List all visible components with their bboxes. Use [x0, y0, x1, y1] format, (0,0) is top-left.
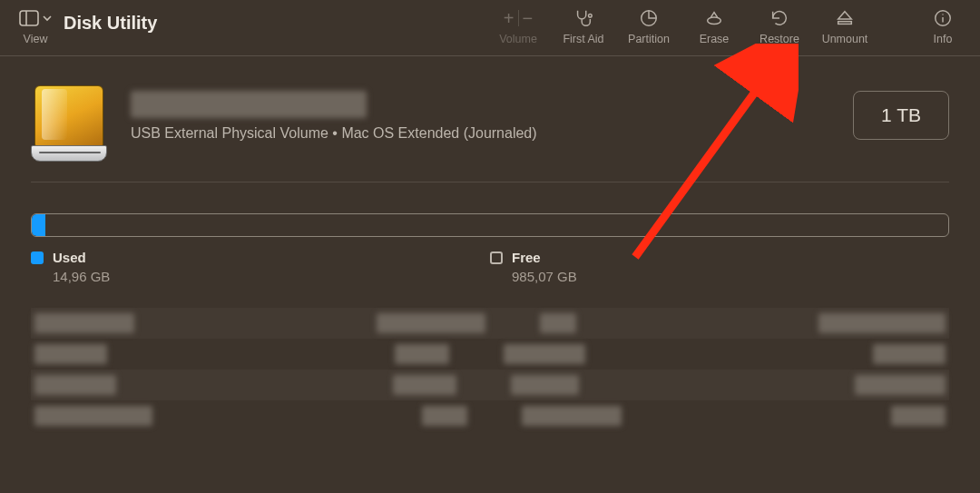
toolbar: View Disk Utility +− Volume First Aid Pa…	[0, 0, 980, 56]
volume-tool: +− Volume	[494, 7, 543, 45]
free-swatch	[490, 251, 503, 264]
volume-label: Volume	[499, 33, 537, 45]
stethoscope-icon	[573, 7, 593, 29]
unmount-label: Unmount	[822, 33, 868, 45]
used-value: 14,96 GB	[53, 269, 490, 284]
svg-marker-4	[838, 12, 852, 19]
usage-legend: Used 14,96 GB Free 985,07 GB	[31, 250, 949, 284]
sidebar-toggle[interactable]	[19, 7, 52, 29]
svg-rect-0	[20, 11, 38, 25]
volume-titles: USB External Physical Volume • Mac OS Ex…	[131, 85, 829, 142]
first-aid-tool[interactable]: First Aid	[559, 7, 608, 45]
plus-minus-icon: +−	[504, 7, 533, 29]
app-title: Disk Utility	[64, 13, 157, 34]
svg-rect-5	[838, 22, 852, 25]
table-row	[31, 339, 949, 370]
usage-fill	[32, 214, 45, 236]
used-label: Used	[53, 250, 86, 265]
used-swatch	[31, 251, 44, 264]
toolbar-left: View Disk Utility	[13, 7, 157, 45]
table-row	[31, 400, 949, 431]
view-tool: View	[13, 7, 58, 45]
restore-icon	[769, 7, 789, 29]
view-label: View	[24, 33, 48, 45]
erase-icon	[704, 7, 724, 29]
table-row	[31, 308, 949, 339]
unmount-tool[interactable]: Unmount	[820, 7, 869, 45]
restore-tool[interactable]: Restore	[755, 7, 804, 45]
volume-header: USB External Physical Volume • Mac OS Ex…	[0, 56, 980, 182]
legend-used: Used 14,96 GB	[31, 250, 490, 284]
free-label: Free	[512, 250, 541, 265]
partition-tool[interactable]: Partition	[624, 7, 673, 45]
erase-tool[interactable]: Erase	[690, 7, 739, 45]
details-table	[31, 308, 949, 431]
restore-label: Restore	[760, 33, 799, 45]
external-drive-icon	[31, 85, 107, 162]
partition-icon	[639, 7, 659, 29]
info-tool[interactable]: Info	[918, 7, 967, 45]
volume-name-redacted	[131, 91, 367, 118]
svg-point-8	[942, 14, 943, 15]
svg-point-2	[589, 14, 593, 17]
usage-section: Used 14,96 GB Free 985,07 GB	[0, 182, 980, 284]
sidebar-icon	[19, 10, 39, 26]
volume-subtitle: USB External Physical Volume • Mac OS Ex…	[131, 125, 829, 142]
info-label: Info	[934, 33, 953, 45]
table-row	[31, 370, 949, 400]
erase-label: Erase	[700, 33, 730, 45]
info-icon	[933, 7, 953, 29]
first-aid-label: First Aid	[563, 33, 603, 45]
eject-icon	[835, 7, 855, 29]
capacity-badge: 1 TB	[853, 91, 949, 140]
chevron-down-icon	[43, 15, 52, 22]
free-value: 985,07 GB	[512, 269, 949, 284]
usage-bar	[31, 213, 949, 237]
legend-free: Free 985,07 GB	[490, 250, 949, 284]
partition-label: Partition	[628, 33, 670, 45]
